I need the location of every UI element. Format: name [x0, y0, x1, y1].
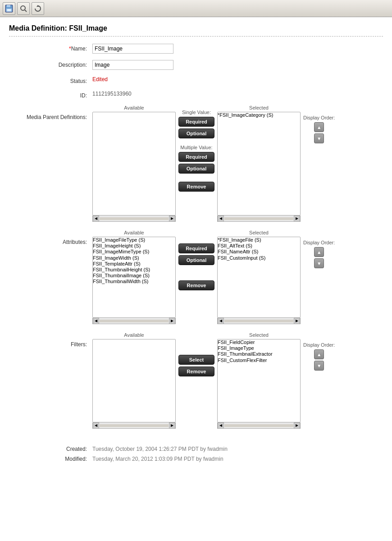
hscroll-left-5[interactable]: ◀	[93, 422, 99, 429]
status-badge: Edited	[92, 74, 108, 83]
media-parent-label: Media Parent Definitions:	[9, 105, 92, 120]
media-parent-selected-list[interactable]: *FSII_ImageCategory (S)	[217, 112, 301, 215]
hscroll-track-4	[224, 320, 293, 322]
hscroll-track	[100, 217, 169, 220]
page-title: Media Definition: FSII_Image	[9, 24, 383, 37]
media-parent-buttons: Single Value: Required Optional Multiple…	[176, 105, 217, 193]
attributes-display-order: Display Order: ▲ ▼	[301, 230, 335, 270]
media-parent-display-order: Display Order: ▲ ▼	[301, 105, 335, 145]
filters-content: Available ◀ ▶ Select Remove Selected FSI…	[92, 332, 383, 429]
media-parent-selected-col: Selected *FSII_ImageCategory (S) ◀ ▶	[217, 105, 301, 222]
modified-row: Modified: Tuesday, March 20, 2012 1:03:0…	[9, 456, 383, 462]
single-value-label: Single Value:	[182, 110, 211, 115]
filters-available-hscroll: ◀ ▶	[92, 422, 176, 429]
description-input[interactable]	[92, 60, 173, 70]
id-value-wrap: 1112195133960	[92, 91, 383, 97]
filters-remove-button[interactable]: Remove	[178, 367, 214, 376]
media-parent-order-up-button[interactable]: ▲	[314, 122, 324, 132]
hscroll-left[interactable]: ◀	[93, 215, 99, 222]
attributes-order-down-button[interactable]: ▼	[314, 258, 324, 268]
media-parent-order-down-button[interactable]: ▼	[314, 133, 324, 143]
attributes-available-list[interactable]: FSII_ImageFileType (S) FSII_ImageHeight …	[92, 237, 176, 318]
attributes-remove-button[interactable]: Remove	[178, 280, 214, 290]
created-value: Tuesday, October 19, 2004 1:26:27 PM PDT…	[92, 446, 228, 452]
created-row: Created: Tuesday, October 19, 2004 1:26:…	[9, 446, 383, 452]
multi-optional-button[interactable]: Optional	[178, 164, 214, 174]
id-label: ID:	[9, 91, 92, 99]
media-parent-section: Media Parent Definitions: Available ◀ ▶ …	[9, 105, 383, 222]
hscroll-left-3[interactable]: ◀	[93, 318, 99, 324]
filters-available-col: Available ◀ ▶	[92, 332, 176, 429]
filters-available-header: Available	[124, 332, 144, 338]
media-parent-available-hscroll: ◀ ▶	[92, 215, 176, 222]
id-row: ID: 1112195133960	[9, 91, 383, 99]
hscroll-track-2	[224, 217, 293, 220]
single-required-button[interactable]: Required	[178, 117, 214, 127]
hscroll-track-5	[100, 424, 169, 427]
svg-rect-1	[7, 5, 10, 7]
attributes-label: Attributes:	[9, 230, 92, 245]
hscroll-right-5[interactable]: ▶	[169, 422, 175, 429]
hscroll-right-4[interactable]: ▶	[294, 318, 300, 324]
attributes-available-col: Available FSII_ImageFileType (S) FSII_Im…	[92, 230, 176, 324]
modified-label: Modified:	[9, 456, 92, 462]
find-button[interactable]	[17, 2, 30, 15]
svg-rect-3	[7, 9, 11, 11]
name-input[interactable]	[92, 44, 173, 54]
hscroll-track-3	[100, 320, 169, 322]
filters-order-down-button[interactable]: ▼	[314, 361, 324, 371]
attributes-selected-list[interactable]: *FSII_ImageFile (S) FSII_AltText (S) FSI…	[217, 237, 301, 318]
description-label: Description:	[9, 60, 92, 68]
attributes-available-header: Available	[124, 230, 144, 235]
attributes-display-order-label: Display Order:	[303, 240, 335, 245]
filters-selected-hscroll: ◀ ▶	[217, 422, 301, 429]
name-row: *Name:	[9, 44, 383, 54]
status-value-wrap: Edited	[92, 76, 383, 83]
created-label: Created:	[9, 446, 92, 452]
hscroll-right[interactable]: ▶	[169, 215, 175, 222]
refresh-button[interactable]	[32, 2, 44, 15]
hscroll-left-6[interactable]: ◀	[218, 422, 224, 429]
filters-selected-list[interactable]: FSII_FieldCopier FSII_ImageType FSII_Thu…	[217, 339, 301, 422]
hscroll-left-2[interactable]: ◀	[218, 215, 224, 222]
multi-required-button[interactable]: Required	[178, 152, 214, 162]
attributes-required-button[interactable]: Required	[178, 243, 214, 253]
name-label: *Name:	[9, 44, 92, 52]
hscroll-left-4[interactable]: ◀	[218, 318, 224, 324]
media-parent-display-order-label: Display Order:	[303, 115, 335, 120]
hscroll-right-6[interactable]: ▶	[294, 422, 300, 429]
media-parent-available-col: Available ◀ ▶	[92, 105, 176, 222]
filters-buttons: Select Remove	[176, 332, 217, 378]
attributes-order-up-button[interactable]: ▲	[314, 247, 324, 257]
filters-display-order-label: Display Order:	[303, 342, 335, 348]
status-row: Status: Edited	[9, 76, 383, 84]
id-value: 1112195133960	[92, 89, 132, 97]
attributes-selected-col: Selected *FSII_ImageFile (S) FSII_AltTex…	[217, 230, 301, 324]
filters-label: Filters:	[9, 332, 92, 348]
save-button[interactable]	[3, 2, 15, 15]
attributes-optional-button[interactable]: Optional	[178, 255, 214, 265]
hscroll-right-2[interactable]: ▶	[294, 215, 300, 222]
hscroll-right-3[interactable]: ▶	[169, 318, 175, 324]
hscroll-track-6	[224, 424, 293, 427]
media-parent-remove-button[interactable]: Remove	[178, 182, 214, 192]
attributes-buttons: Required Optional Remove	[176, 230, 217, 292]
single-optional-button[interactable]: Optional	[178, 128, 214, 138]
filters-display-order: Display Order: ▲ ▼	[301, 332, 335, 372]
media-parent-available-header: Available	[124, 105, 144, 110]
media-parent-selected-hscroll: ◀ ▶	[217, 215, 301, 222]
media-parent-content: Available ◀ ▶ Single Value: Required Opt…	[92, 105, 383, 222]
modified-value: Tuesday, March 20, 2012 1:03:09 PM PDT b…	[92, 456, 223, 462]
svg-line-5	[25, 10, 27, 12]
filters-available-list[interactable]	[92, 339, 176, 422]
media-parent-available-list[interactable]	[92, 112, 176, 215]
name-field-wrap	[92, 44, 383, 54]
attributes-selected-hscroll: ◀ ▶	[217, 318, 301, 324]
filters-order-up-button[interactable]: ▲	[314, 349, 324, 359]
filters-select-button[interactable]: Select	[178, 355, 214, 365]
attributes-content: Available FSII_ImageFileType (S) FSII_Im…	[92, 230, 383, 324]
svg-point-4	[21, 6, 25, 10]
status-label: Status:	[9, 76, 92, 84]
toolbar	[0, 0, 392, 17]
description-row: Description:	[9, 60, 383, 70]
